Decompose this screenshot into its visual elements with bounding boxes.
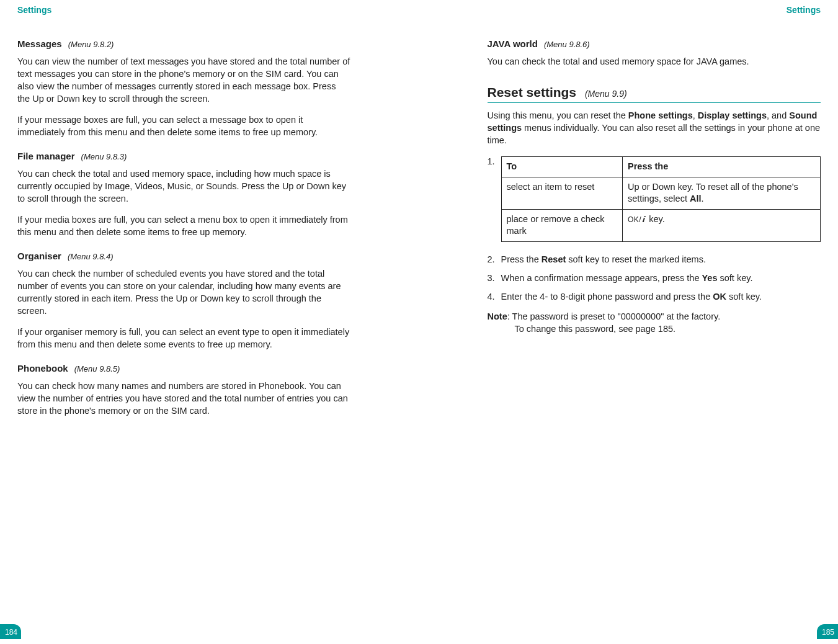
heading-title: Organiser [17,251,61,261]
note-label: Note [488,311,507,321]
body-text: If your message boxes are full, you can … [17,114,351,138]
table-header: To [501,157,623,177]
page-left: Settings Messages (Menu 9.8.2) You can v… [0,0,419,644]
text-bold: Display settings [698,110,767,120]
note-block: Note: The password is preset to "0000000… [488,310,821,335]
heading-file-manager: File manager (Menu 9.8.3) [17,151,351,161]
heading-title: File manager [17,151,75,161]
list-item: 2. Press the Reset soft key to reset the… [488,253,821,266]
list-item: 3. When a confirmation message appears, … [488,272,821,284]
text-run: , [693,110,698,120]
body-text: You can check how many names and numbers… [17,380,351,417]
list-body: To Press the select an item to reset Up … [501,155,821,242]
reset-table: To Press the select an item to reset Up … [501,156,821,242]
heading-reset-settings: Reset settings (Menu 9.9) [488,85,821,103]
text-run: Press the [501,254,542,264]
list-body: Enter the 4- to 8-digit phone password a… [501,290,821,303]
page-header-right: Settings [488,5,821,15]
i-key-icon: i [641,213,646,226]
text-run: . [701,194,703,203]
heading-java-world: JAVA world (Menu 9.8.6) [488,38,821,49]
body-text: You can view the number of text messages… [17,55,351,105]
text-run: To change this password, see page 185. [515,323,721,335]
body-text: You can check the total and used memory … [17,168,351,205]
menu-ref: (Menu 9.8.2) [68,40,114,49]
text-bold: OK [713,292,726,302]
text-run: The password is preset to "00000000" at … [512,311,721,321]
text-run: soft key. [726,292,762,302]
text-run: , and [767,110,789,120]
menu-ref: (Menu 9.8.3) [81,152,127,161]
text-run: : [507,311,512,321]
list-item: 4. Enter the 4- to 8-digit phone passwor… [488,290,821,303]
table-cell: select an item to reset [501,177,623,209]
text-run: When a confirmation message appears, pre… [501,273,702,283]
page-right: Settings JAVA world (Menu 9.8.6) You can… [419,0,839,644]
heading-messages: Messages (Menu 9.8.2) [17,38,351,49]
list-number: 2. [488,253,501,266]
table-row: To Press the [501,157,821,177]
table-header: Press the [623,157,821,177]
page-number-right: 185 [817,624,838,639]
body-text: If your media boxes are full, you can se… [17,213,351,238]
body-text: You can check the total and used memory … [488,55,821,68]
text-run: soft key to reset the marked items. [566,254,706,264]
table-cell: Up or Down key. To reset all of the phon… [623,177,821,209]
menu-ref: (Menu 9.8.4) [68,252,114,261]
table-row: select an item to reset Up or Down key. … [501,177,821,209]
heading-title: Phonebook [17,363,68,373]
list-number: 4. [488,290,501,303]
text-run: key. [646,214,665,224]
list-body: When a confirmation message appears, pre… [501,272,821,284]
ordered-list: 1. To Press the select an item to reset … [488,155,821,303]
text-run: soft key. [718,273,753,283]
table-cell: place or remove a check mark [501,209,623,241]
list-body: Press the Reset soft key to reset the ma… [501,253,821,266]
heading-phonebook: Phonebook (Menu 9.8.5) [17,363,351,373]
text-run: Enter the 4- to 8-digit phone password a… [501,292,713,302]
text-bold: Reset [542,254,566,264]
heading-title: Messages [17,38,62,49]
page-number-left: 184 [0,624,21,639]
heading-organiser: Organiser (Menu 9.8.4) [17,251,351,261]
text-run: Up or Down key. To reset all of the phon… [628,182,798,204]
text-bold: Yes [702,273,718,283]
menu-ref: (Menu 9.8.5) [74,364,120,373]
table-row: place or remove a check mark OK/i key. [501,209,821,241]
table-cell: OK/i key. [623,209,821,241]
menu-ref: (Menu 9.8.6) [544,40,590,49]
list-number: 1. [488,155,501,242]
text-run: menus individually. You can also reset a… [488,123,821,145]
menu-ref: (Menu 9.9) [585,89,627,99]
list-number: 3. [488,272,501,284]
text-bold: Phone settings [628,110,693,120]
page-header-left: Settings [17,5,351,15]
body-text: If your organiser memory is full, you ca… [17,326,351,351]
list-item: 1. To Press the select an item to reset … [488,155,821,242]
ok-key-label: OK/ [628,215,641,224]
text-run: Using this menu, you can reset the [488,110,628,120]
body-text: You can check the number of scheduled ev… [17,267,351,317]
text-bold: All [690,194,702,203]
heading-title: JAVA world [488,38,538,49]
body-text: Using this menu, you can reset the Phone… [488,109,821,146]
heading-title: Reset settings [488,85,577,99]
